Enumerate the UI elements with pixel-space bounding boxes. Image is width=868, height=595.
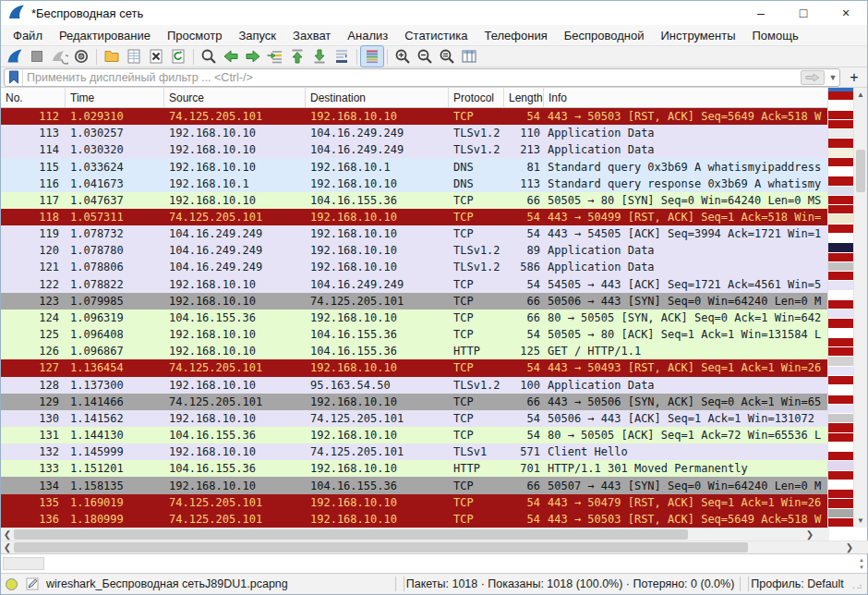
packet-row-132[interactable]: 1321.145999192.168.10.1074.125.205.101TL… xyxy=(1,443,827,460)
collapsed-pane-thumb[interactable] xyxy=(3,557,44,570)
hscrollbar-thumb[interactable] xyxy=(14,529,688,540)
zoom-in-icon[interactable] xyxy=(392,46,414,67)
cell-no: 135 xyxy=(1,496,66,509)
auto-scroll-icon[interactable] xyxy=(331,46,353,67)
menu-item-view[interactable]: Просмотр xyxy=(159,27,230,44)
cell-dst: 192.168.10.10 xyxy=(306,496,449,509)
packet-row-125[interactable]: 1251.096408192.168.10.10104.16.155.36TCP… xyxy=(1,326,827,343)
packet-row-120[interactable]: 1201.078780104.16.249.249192.168.10.10TL… xyxy=(1,242,827,259)
capture-filename[interactable]: wireshark_Беспроводная сетьJ89DU1.pcapng xyxy=(46,577,288,590)
cell-info: Client Hello xyxy=(544,445,827,458)
go-last-icon[interactable] xyxy=(308,46,331,67)
packet-row-122[interactable]: 1221.078822192.168.10.10104.16.249.249TC… xyxy=(1,276,827,293)
packet-row-130[interactable]: 1301.141562192.168.10.1074.125.205.101TC… xyxy=(1,410,827,427)
save-file-icon[interactable] xyxy=(123,46,145,67)
find-packet-icon[interactable] xyxy=(198,46,220,67)
column-header-length[interactable]: Length xyxy=(504,88,544,107)
resize-columns-icon[interactable] xyxy=(458,46,480,67)
statusbar-separator xyxy=(740,577,741,591)
restart-capture-icon[interactable] xyxy=(48,46,70,67)
profile-label[interactable]: Профиль: Default xyxy=(751,577,844,590)
pane-spin-arrows[interactable]: ▲▼ xyxy=(859,556,864,571)
cell-src: 104.16.249.249 xyxy=(164,227,306,240)
capture-comment-pencil-icon[interactable] xyxy=(26,577,39,590)
open-file-icon[interactable] xyxy=(101,46,123,67)
packet-row-135[interactable]: 1351.16901974.125.205.101192.168.10.10TC… xyxy=(1,494,827,511)
cell-len: 113 xyxy=(504,177,544,190)
packet-row-126[interactable]: 1261.096867192.168.10.10104.16.155.36HTT… xyxy=(1,343,827,359)
packet-row-127[interactable]: 1271.13645474.125.205.101192.168.10.10TC… xyxy=(1,359,827,376)
menu-item-statistics[interactable]: Статистика xyxy=(396,27,476,44)
packet-row-133[interactable]: 1331.151201104.16.155.36192.168.10.10HTT… xyxy=(1,460,827,477)
vertical-scrollbar-thumb[interactable] xyxy=(856,150,865,192)
close-file-icon[interactable] xyxy=(145,46,167,67)
menu-item-help[interactable]: Помощь xyxy=(744,27,807,44)
filter-bookmark-icon[interactable] xyxy=(5,69,23,86)
scroll-up-icon[interactable]: ▲ xyxy=(854,88,868,102)
menu-item-capture[interactable]: Захват xyxy=(284,27,339,44)
close-button[interactable]: × xyxy=(825,1,867,25)
maximize-button[interactable]: □ xyxy=(782,1,825,25)
go-to-packet-icon[interactable] xyxy=(264,46,286,67)
column-header-source[interactable]: Source xyxy=(164,88,306,107)
menu-item-analyze[interactable]: Анализ xyxy=(339,27,396,44)
vertical-scrollbar[interactable]: ▲ ▼ xyxy=(853,88,867,528)
intelligent-scrollbar-minimap[interactable] xyxy=(827,88,853,528)
display-filter-input[interactable] xyxy=(23,71,801,84)
column-header-protocol[interactable]: Protocol xyxy=(449,88,504,107)
minimap-stripe xyxy=(828,367,853,376)
packet-row-131[interactable]: 1311.144130104.16.155.36192.168.10.10TCP… xyxy=(1,427,827,443)
go-first-icon[interactable] xyxy=(286,46,308,67)
menu-item-tools[interactable]: Инструменты xyxy=(652,27,743,44)
resize-grip[interactable]: ⢀⣠ xyxy=(850,579,863,589)
filter-dropdown-icon[interactable]: ▼ xyxy=(826,73,839,82)
colorize-icon[interactable] xyxy=(361,46,383,67)
menu-item-wireless[interactable]: Беспроводной xyxy=(556,27,653,44)
scroll-left-icon[interactable]: ❮ xyxy=(1,541,14,554)
scroll-right-icon[interactable]: ❯ xyxy=(803,528,816,541)
apply-filter-icon[interactable] xyxy=(801,70,825,85)
packet-row-113[interactable]: 1131.030257192.168.10.10104.16.249.249TL… xyxy=(1,125,827,141)
expert-info-icon[interactable] xyxy=(5,577,18,591)
go-forward-icon[interactable] xyxy=(242,46,264,67)
scroll-right-icon[interactable]: ❯ xyxy=(843,541,856,554)
packet-row-112[interactable]: 1121.02931074.125.205.101192.168.10.10TC… xyxy=(1,108,827,125)
scroll-left-icon[interactable]: ❮ xyxy=(1,528,14,541)
packet-row-115[interactable]: 1151.033624192.168.10.10192.168.10.1DNS8… xyxy=(1,158,827,175)
go-back-icon[interactable] xyxy=(220,46,242,67)
packet-row-119[interactable]: 1191.078732104.16.249.249192.168.10.10TC… xyxy=(1,225,827,242)
menu-item-telephony[interactable]: Телефония xyxy=(476,27,555,44)
menu-item-edit[interactable]: Редактирование xyxy=(51,27,159,44)
scroll-down-icon[interactable]: ▼ xyxy=(854,514,868,528)
column-header-destination[interactable]: Destination xyxy=(306,88,449,107)
packet-list-hscrollbar[interactable]: ❮ ❯ xyxy=(1,528,829,540)
cell-time: 1.096867 xyxy=(66,345,164,358)
start-capture-icon[interactable] xyxy=(4,46,26,67)
menu-item-go[interactable]: Запуск xyxy=(230,27,284,44)
packet-row-136[interactable]: 1361.18099974.125.205.101192.168.10.10TC… xyxy=(1,511,827,528)
column-header-no[interactable]: No. xyxy=(1,88,66,107)
packet-row-117[interactable]: 1171.047637192.168.10.10104.16.155.36TCP… xyxy=(1,192,827,209)
zoom-out-icon[interactable] xyxy=(414,46,436,67)
add-filter-button[interactable]: + xyxy=(844,68,864,87)
hscrollbar-thumb[interactable] xyxy=(14,542,748,552)
reload-file-icon[interactable] xyxy=(167,46,189,67)
zoom-original-icon[interactable] xyxy=(436,46,458,67)
menu-item-file[interactable]: Файл xyxy=(5,27,51,44)
packet-row-118[interactable]: 1181.05731174.125.205.101192.168.10.10TC… xyxy=(1,209,827,225)
packet-row-129[interactable]: 1291.14146674.125.205.101192.168.10.10TC… xyxy=(1,394,827,410)
packet-row-128[interactable]: 1281.137300192.168.10.1095.163.54.50TLSv… xyxy=(1,377,827,394)
column-header-info[interactable]: Info xyxy=(544,88,827,107)
capture-options-icon[interactable] xyxy=(70,46,92,67)
minimize-button[interactable]: – xyxy=(740,1,782,25)
packet-row-114[interactable]: 1141.030320192.168.10.10104.16.249.249TL… xyxy=(1,141,827,158)
lower-hscrollbar[interactable]: ❮ ❯ xyxy=(1,540,868,553)
stop-capture-icon[interactable] xyxy=(26,46,48,67)
packet-row-124[interactable]: 1241.096319104.16.155.36192.168.10.10TCP… xyxy=(1,310,827,326)
column-header-time[interactable]: Time xyxy=(66,88,164,107)
packet-row-116[interactable]: 1161.041673192.168.10.1192.168.10.10DNS1… xyxy=(1,176,827,192)
packet-row-134[interactable]: 1341.158135192.168.10.10104.16.155.36TCP… xyxy=(1,477,827,493)
packet-row-121[interactable]: 1211.078806104.16.249.249192.168.10.10TL… xyxy=(1,259,827,275)
packet-row-123[interactable]: 1231.079985192.168.10.1074.125.205.101TC… xyxy=(1,293,827,310)
cell-time: 1.136454 xyxy=(66,361,164,374)
